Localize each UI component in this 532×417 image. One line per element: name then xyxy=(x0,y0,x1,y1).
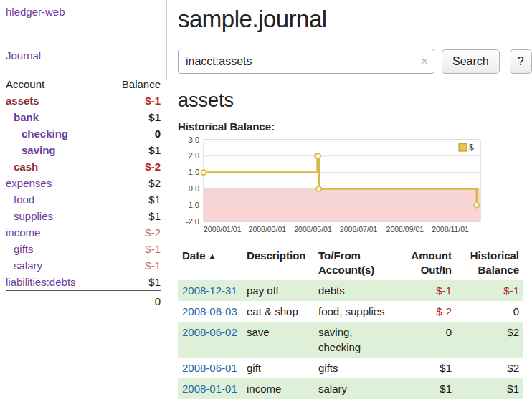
register-row: 2008-01-01incomesalary$1$1 xyxy=(178,378,523,399)
register-header-date[interactable]: Date▲ xyxy=(178,246,242,280)
account-link[interactable]: assets xyxy=(6,95,39,107)
account-balance: $2 xyxy=(105,175,161,191)
account-row: income$-2 xyxy=(6,224,161,241)
nav-journal-link[interactable]: Journal xyxy=(6,49,161,62)
account-row: supplies$1 xyxy=(6,208,161,224)
svg-text:1.0: 1.0 xyxy=(189,168,199,176)
svg-text:0.0: 0.0 xyxy=(189,184,199,193)
register-row: 2008-06-02savesaving, checking0$2 xyxy=(178,322,523,358)
account-link[interactable]: bank xyxy=(14,111,39,123)
register-header-description: Description xyxy=(242,246,314,280)
account-balance: $1 xyxy=(105,191,161,208)
account-row: salary$-1 xyxy=(6,257,161,274)
search-input-wrap: × xyxy=(178,49,434,74)
accounts-table: Account Balance assets$-1bank$1checking0… xyxy=(6,76,161,310)
account-balance: $1 xyxy=(105,109,161,125)
account-row: expenses$2 xyxy=(6,175,161,191)
account-heading: assets xyxy=(178,90,532,112)
transaction-balance: $2 xyxy=(456,322,523,358)
svg-text:2.0: 2.0 xyxy=(189,151,199,160)
register-row: 2008-12-31pay offdebts$-1$-1 xyxy=(178,280,523,301)
transaction-date-link[interactable]: 2008-12-31 xyxy=(182,284,237,297)
historical-balance-chart: 3.02.01.00.0-1.0-2.02008/01/012008/03/01… xyxy=(178,135,486,237)
account-link[interactable]: salary xyxy=(14,259,42,272)
transaction-description: income xyxy=(242,378,314,399)
main-content: sample.journal × Search ? assets Histori… xyxy=(166,0,532,399)
account-link[interactable]: expenses xyxy=(6,177,52,189)
svg-text:-2.0: -2.0 xyxy=(186,217,199,226)
account-balance: $-1 xyxy=(105,241,161,257)
transaction-date-link[interactable]: 2008-06-01 xyxy=(182,362,237,374)
svg-text:2008/11/01: 2008/11/01 xyxy=(432,225,469,234)
account-link[interactable]: liabilities:debts xyxy=(6,276,76,288)
transaction-description: gift xyxy=(242,358,314,378)
transaction-date-link[interactable]: 2008-06-02 xyxy=(182,326,237,338)
accounts-header-balance: Balance xyxy=(105,76,161,92)
help-button[interactable]: ? xyxy=(510,49,532,74)
svg-text:3.0: 3.0 xyxy=(189,135,199,144)
account-row: cash$-2 xyxy=(6,158,161,175)
transaction-description: eat & shop xyxy=(242,301,314,322)
account-row: bank$1 xyxy=(6,109,161,125)
transaction-accounts: gifts xyxy=(314,358,399,378)
account-link[interactable]: cash xyxy=(14,160,38,173)
transaction-amount: 0 xyxy=(399,322,456,358)
register-header-date-label: Date xyxy=(182,249,206,262)
sidebar: hledger-web Journal Account Balance asse… xyxy=(0,0,166,399)
account-balance: $1 xyxy=(105,142,161,158)
transaction-accounts: food, supplies xyxy=(314,301,399,322)
account-link[interactable]: income xyxy=(6,226,40,239)
account-row: food$1 xyxy=(6,191,161,208)
account-balance: 0 xyxy=(105,125,161,142)
svg-text:2008/01/01: 2008/01/01 xyxy=(204,225,242,234)
register-row: 2008-06-01giftgifts$1$2 xyxy=(178,358,523,378)
account-balance: $1 xyxy=(105,208,161,224)
account-link[interactable]: food xyxy=(14,193,34,206)
transaction-accounts: saving, checking xyxy=(314,322,399,358)
transaction-date-link[interactable]: 2008-06-03 xyxy=(182,305,237,317)
account-link[interactable]: saving xyxy=(22,144,56,156)
register-header-accounts: To/From Account(s) xyxy=(314,246,399,280)
transaction-date-link[interactable]: 2008-01-01 xyxy=(182,383,237,395)
account-balance: $-1 xyxy=(105,92,161,109)
app-title-link[interactable]: hledger-web xyxy=(6,6,161,18)
account-row: saving$1 xyxy=(6,142,161,158)
transaction-description: pay off xyxy=(242,280,314,301)
account-row: liabilities:debts$1 xyxy=(6,274,161,292)
chart-title: Historical Balance: xyxy=(178,120,532,133)
svg-text:2008/05/01: 2008/05/01 xyxy=(294,225,332,234)
transaction-amount: $-1 xyxy=(399,280,456,301)
svg-text:2008/03/01: 2008/03/01 xyxy=(249,225,287,234)
transaction-amount: $1 xyxy=(399,358,456,378)
account-row: checking0 xyxy=(6,125,161,142)
transaction-balance: 0 xyxy=(456,301,523,322)
account-balance: $-2 xyxy=(105,158,161,175)
account-link[interactable]: gifts xyxy=(14,243,34,255)
svg-text:2008/09/01: 2008/09/01 xyxy=(386,225,424,234)
accounts-header-row: Account Balance xyxy=(6,76,161,92)
sidebar-divider xyxy=(166,0,167,80)
account-balance: $-1 xyxy=(105,257,161,274)
account-balance: $-2 xyxy=(105,224,161,241)
account-link[interactable]: supplies xyxy=(14,210,53,222)
svg-text:$: $ xyxy=(469,143,474,153)
account-link[interactable]: checking xyxy=(22,128,68,140)
search-button[interactable]: Search xyxy=(442,49,500,74)
accounts-total-spacer xyxy=(6,292,105,310)
sort-ascending-icon: ▲ xyxy=(209,251,217,260)
transaction-balance: $2 xyxy=(456,358,523,378)
accounts-total-row: 0 xyxy=(6,292,161,310)
register-header-row: Date▲ Description To/From Account(s) Amo… xyxy=(178,246,523,280)
account-row: assets$-1 xyxy=(6,92,161,109)
register-table: Date▲ Description To/From Account(s) Amo… xyxy=(178,246,523,399)
transaction-description: save xyxy=(242,322,314,358)
svg-text:-1.0: -1.0 xyxy=(186,201,199,209)
search-input[interactable] xyxy=(178,49,434,74)
accounts-total-value: 0 xyxy=(105,292,161,310)
transaction-balance: $-1 xyxy=(456,280,523,301)
transaction-amount: $-2 xyxy=(399,301,456,322)
transaction-accounts: salary xyxy=(314,378,399,399)
svg-text:2008/07/01: 2008/07/01 xyxy=(340,225,378,234)
clear-search-icon[interactable]: × xyxy=(421,55,428,67)
search-bar: × Search ? xyxy=(178,49,532,74)
